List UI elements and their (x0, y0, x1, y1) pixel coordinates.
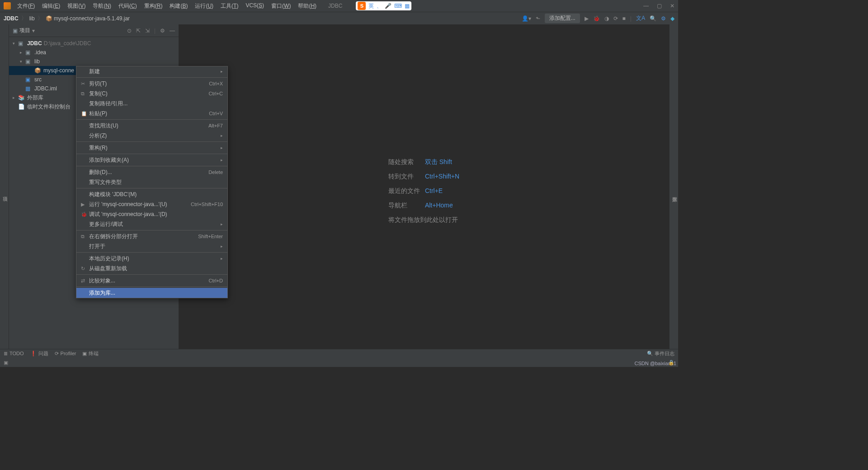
context-menu-item[interactable]: ⇄比较对象...Ctrl+D (76, 276, 227, 286)
expand-icon[interactable]: ⇱ (136, 28, 141, 34)
context-menu-item[interactable]: 📋粘贴(P)Ctrl+V (76, 108, 227, 118)
chevron-right-icon[interactable]: ▸ (20, 50, 25, 55)
chevron-down-icon[interactable]: ▾ (13, 41, 18, 46)
plugin-icon[interactable]: ◆ (670, 15, 675, 22)
minimize-button[interactable]: — (643, 3, 649, 9)
context-menu-item[interactable]: ▶运行 'mysql-connector-java...'(U)Ctrl+Shi… (76, 199, 227, 209)
menu-item[interactable]: 窗口(W) (269, 1, 293, 11)
context-menu-item[interactable]: ✂剪切(T)Ctrl+X (76, 79, 227, 89)
gear-icon[interactable]: ⚙ (160, 28, 165, 34)
hint-shortcut: Alt+Home (425, 202, 453, 210)
bottom-tool-bar: ≣TODO❗问题⟳Profiler▣终端🔍 事件日志 (0, 349, 678, 358)
context-menu-item[interactable]: 构建模块 'JDBC'(M) (76, 189, 227, 199)
hint-shortcut: Ctrl+E (425, 187, 443, 195)
context-menu-item[interactable]: 本地历史记录(H)▸ (76, 254, 227, 263)
context-menu-item[interactable]: 分析(Z)▸ (76, 131, 227, 141)
tool-window-icon[interactable]: ▣ (4, 360, 8, 366)
locate-icon[interactable]: ⊙ (127, 28, 132, 34)
menu-item-label: 本地历史记录(H) (89, 255, 221, 263)
add-configuration-button[interactable]: 添加配置... (545, 14, 580, 23)
bottom-tool-tab[interactable]: ≣TODO (4, 351, 24, 357)
menu-item[interactable]: 编辑(E) (39, 1, 63, 11)
build-icon[interactable]: ⬑ (536, 15, 540, 22)
tree-label: JDBC.iml (34, 85, 57, 92)
chevron-right-icon: ▸ (221, 133, 223, 138)
maximize-button[interactable]: ▢ (657, 3, 662, 9)
context-menu-item[interactable]: 更多运行/调试▸ (76, 219, 227, 229)
context-menu-item[interactable]: 重写文件类型 (76, 177, 227, 187)
folder-icon: ▣ (18, 40, 25, 47)
bottom-tool-tab[interactable]: ❗问题 (30, 350, 48, 357)
context-menu-item[interactable]: 删除(D)...Delete (76, 167, 227, 177)
sidebar-title[interactable]: ▣ 项目 ▾ (13, 27, 35, 34)
breadcrumb-item[interactable]: lib (29, 15, 35, 22)
user-icon[interactable]: 👤▾ (522, 15, 531, 22)
search-icon[interactable]: 🔍 (650, 15, 656, 22)
hide-icon[interactable]: — (170, 28, 175, 34)
menu-item-label: 构建模块 'JDBC'(M) (89, 191, 223, 198)
ime-indicator[interactable]: S 英 、 🎤 ⌨ ▦ (356, 1, 411, 10)
breadcrumb-item[interactable]: JDBC (4, 15, 19, 22)
context-menu-item[interactable]: ⧉复制(C)Ctrl+C (76, 89, 227, 99)
context-menu-item[interactable]: 🐞调试 'mysql-connector-java...'(D) (76, 209, 227, 219)
context-menu-item[interactable]: 重构(R)▸ (76, 143, 227, 153)
left-tool-strip[interactable]: 项目 (0, 24, 9, 358)
menu-item-shortcut: Ctrl+C (209, 91, 223, 96)
menu-item[interactable]: 文件(F) (14, 1, 38, 11)
menu-item[interactable]: 构建(B) (167, 1, 190, 11)
menu-item[interactable]: 视图(V) (65, 1, 88, 11)
tree-label: 外部库 (27, 94, 43, 102)
jar-icon: 📦 (34, 67, 42, 74)
dropdown-icon[interactable]: ▾ (32, 28, 35, 34)
settings-icon[interactable]: ⚙ (661, 15, 666, 22)
run-icon[interactable]: ▶ (585, 15, 589, 22)
context-menu-item[interactable]: ⧉在右侧拆分部分打开Shift+Enter (76, 231, 227, 241)
breadcrumb-item[interactable]: 📦 mysql-connector-java-5.1.49.jar (46, 15, 130, 22)
menu-separator (76, 230, 227, 230)
menubar: 文件(F)编辑(E)视图(V)导航(N)代码(C)重构(R)构建(B)运行(U)… (14, 1, 319, 11)
menu-separator (76, 166, 227, 166)
profile-icon[interactable]: ⟳ (613, 15, 618, 22)
folder-icon: ▣ (25, 58, 33, 65)
menu-item[interactable]: 运行(U) (192, 1, 216, 11)
tree-item-lib[interactable]: ▾ ▣ lib (9, 57, 179, 66)
chevron-right-icon[interactable]: ▸ (13, 95, 18, 100)
menu-separator (76, 188, 227, 188)
context-menu-item[interactable]: ↻从磁盘重新加载 (76, 263, 227, 273)
translate-icon[interactable]: 文A (636, 14, 645, 22)
bottom-tool-tab[interactable]: ⟳Profiler (55, 351, 76, 357)
menu-item-shortcut: Ctrl+D (209, 278, 223, 283)
debug-icon[interactable]: 🐞 (593, 15, 600, 22)
menu-item[interactable]: 重构(R) (142, 1, 165, 11)
app-logo (4, 2, 11, 9)
context-menu-item[interactable]: 打开于▸ (76, 241, 227, 251)
collapse-icon[interactable]: ⇲ (145, 28, 150, 34)
menu-item[interactable]: VCS(S) (243, 1, 267, 11)
tree-root[interactable]: ▾ ▣ JDBC D:\java_code\JDBC (9, 39, 179, 48)
tree-label: JDBC (27, 40, 42, 47)
menu-item[interactable]: 工具(T) (218, 1, 241, 11)
hint-shortcut: Ctrl+Shift+N (425, 173, 459, 181)
event-log-tab[interactable]: 🔍 事件日志 (647, 350, 675, 357)
context-menu-item[interactable]: 新建▸ (76, 66, 227, 76)
coverage-icon[interactable]: ◑ (604, 15, 609, 22)
menu-item[interactable]: 帮助(H) (295, 1, 319, 11)
close-button[interactable]: ✕ (670, 3, 675, 9)
context-menu-item[interactable]: 添加为库... (76, 288, 227, 298)
bottom-tool-tab[interactable]: ▣终端 (82, 350, 99, 357)
tree-item-idea[interactable]: ▸ ▣ .idea (9, 48, 179, 57)
stop-icon[interactable]: ■ (623, 15, 626, 22)
right-tool-strip[interactable]: 数据库 (669, 24, 678, 358)
chevron-down-icon[interactable]: ▾ (20, 59, 25, 64)
context-menu-item[interactable]: 添加到收藏夹(A)▸ (76, 155, 227, 165)
menu-item[interactable]: 导航(N) (90, 1, 114, 11)
menu-item-label: 添加为库... (89, 289, 223, 297)
context-menu-item[interactable]: 查找用法(U)Alt+F7 (76, 121, 227, 131)
titlebar: 文件(F)编辑(E)视图(V)导航(N)代码(C)重构(R)构建(B)运行(U)… (0, 0, 678, 12)
context-menu-item[interactable]: 复制路径/引用... (76, 99, 227, 108)
menu-item[interactable]: 代码(C) (116, 1, 140, 11)
breadcrumb: JDBC〉lib〉📦 mysql-connector-java-5.1.49.j… (4, 14, 130, 22)
menu-item-label: 添加到收藏夹(A) (89, 156, 221, 164)
menu-item-icon: ▶ (81, 202, 89, 207)
file-icon: ▦ (25, 85, 33, 92)
